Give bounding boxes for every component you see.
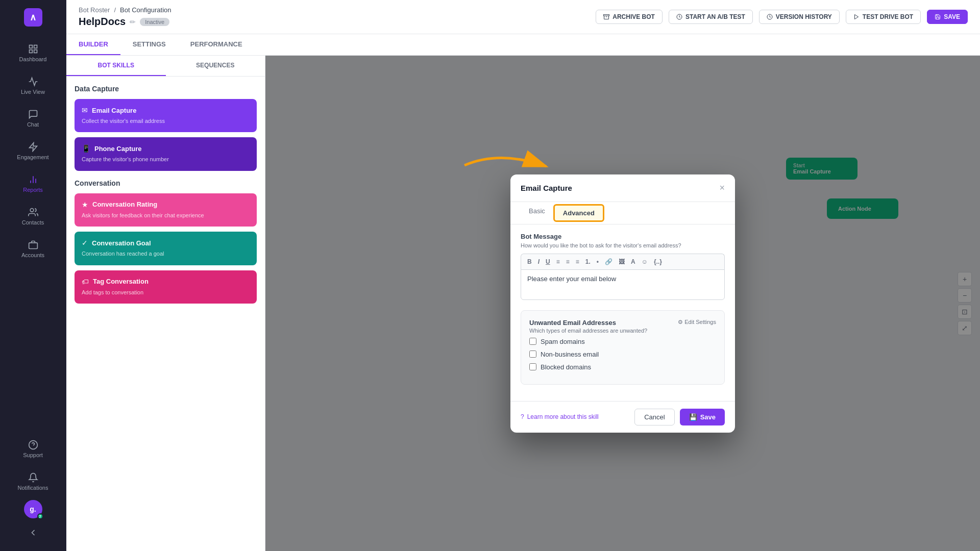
topbar-actions: ARCHIVE BOT START AN A/B TEST VERSION HI… [596, 10, 968, 24]
toolbar-link[interactable]: 🔗 [603, 257, 615, 266]
toolbar-image[interactable]: 🖼 [617, 257, 627, 266]
toolbar-variable[interactable]: {..} [652, 257, 664, 266]
spam-domains-checkbox[interactable] [529, 338, 536, 345]
toolbar-italic[interactable]: I [536, 257, 542, 266]
non-business-checkbox-item[interactable]: Non-business email [529, 350, 716, 358]
sidebar-item-reports[interactable]: Reports [5, 169, 61, 198]
avatar-initials: g. [30, 505, 36, 513]
yellow-arrow [459, 145, 561, 186]
sidebar-item-label: Engagement [17, 154, 48, 160]
skill-card-header: ✉ Email Capture [82, 106, 250, 114]
svg-rect-12 [604, 15, 609, 16]
status-badge: Inactive [140, 18, 169, 26]
skill-card-conversation-goal[interactable]: ✓ Conversation Goal Conversation has rea… [75, 232, 257, 265]
version-history-label: VERSION HISTORY [776, 13, 832, 20]
panel-tab-sequences[interactable]: SEQUENCES [166, 56, 265, 76]
archive-icon [603, 14, 609, 20]
skill-card-title: Conversation Goal [92, 239, 151, 247]
edit-icon[interactable]: ✏ [130, 18, 136, 26]
breadcrumb-parent[interactable]: Bot Roster [79, 6, 110, 14]
sidebar-collapse-btn[interactable] [5, 522, 61, 543]
toolbar-unordered-list[interactable]: • [595, 257, 601, 266]
skill-card-tag-conversation[interactable]: 🏷 Tag Conversation Add tags to conversat… [75, 270, 257, 304]
toolbar-text-color[interactable]: A [629, 257, 638, 266]
toolbar-ordered-list[interactable]: 1. [583, 257, 593, 266]
message-icon [28, 109, 38, 119]
save-label: SAVE [944, 13, 960, 20]
editor-toolbar: B I U ≡ ≡ ≡ 1. • 🔗 🖼 A [521, 254, 725, 269]
tag-icon: 🏷 [82, 278, 89, 286]
tab-settings[interactable]: SETTINGS [120, 34, 178, 55]
ab-test-label: START AN A/B TEST [685, 13, 745, 20]
skill-card-phone-capture[interactable]: 📱 Phone Capture Capture the visitor's ph… [75, 137, 257, 170]
blocked-domains-checkbox[interactable] [529, 363, 536, 370]
blocked-domains-checkbox-item[interactable]: Blocked domains [529, 363, 716, 371]
sidebar-item-label: Contacts [22, 219, 44, 226]
sidebar-item-notifications[interactable]: Notifications [5, 467, 61, 496]
skill-card-header: ✓ Conversation Goal [82, 239, 250, 247]
panel-tab-bot-skills[interactable]: BOT SKILLS [66, 56, 166, 76]
play-icon [853, 14, 860, 20]
sidebar-item-label: Notifications [18, 485, 48, 491]
test-icon [676, 14, 682, 20]
footer-actions: Cancel 💾 Save [634, 409, 725, 425]
sidebar-item-chat[interactable]: Chat [5, 104, 61, 133]
sidebar-item-support[interactable]: Support [5, 435, 61, 463]
sidebar-item-contacts[interactable]: Contacts [5, 202, 61, 231]
sidebar-item-label: Support [23, 452, 43, 458]
sidebar-item-label: Reports [23, 187, 43, 193]
panel-tabs: BOT SKILLS SEQUENCES [66, 56, 265, 77]
ab-test-button[interactable]: START AN A/B TEST [669, 10, 753, 24]
skill-card-title: Tag Conversation [93, 278, 149, 285]
save-icon [935, 14, 941, 20]
skill-card-desc: Ask visitors for feedback on their chat … [82, 212, 250, 219]
modal-tab-basic[interactable]: Basic [521, 202, 553, 224]
sidebar-item-label: Accounts [21, 252, 44, 258]
learn-more-link[interactable]: ? Learn more about this skill [521, 413, 599, 420]
breadcrumb: Bot Roster / Bot Configuration [79, 6, 172, 14]
sidebar-item-live-view[interactable]: Live View [5, 71, 61, 100]
non-business-checkbox[interactable] [529, 350, 536, 358]
svg-rect-9 [29, 243, 37, 249]
sidebar-item-engagement[interactable]: Engagement [5, 137, 61, 165]
logo: ∧ [24, 8, 42, 27]
svg-rect-3 [34, 50, 37, 53]
unwanted-desc: Which types of email addresses are unwan… [529, 328, 647, 334]
save-button[interactable]: 💾 Save [680, 409, 725, 425]
zap-icon [28, 142, 38, 152]
tab-builder[interactable]: BUILDER [66, 34, 120, 55]
svg-rect-0 [29, 45, 32, 48]
spam-domains-checkbox-item[interactable]: Spam domains [529, 338, 716, 345]
toolbar-underline[interactable]: U [544, 257, 552, 266]
builder-area: BOT SKILLS SEQUENCES Data Capture ✉ Emai… [66, 56, 980, 551]
save-button[interactable]: SAVE [927, 10, 968, 24]
avatar[interactable]: g. 7 [24, 500, 42, 518]
version-history-button[interactable]: VERSION HISTORY [759, 10, 840, 24]
main-content: Bot Roster / Bot Configuration HelpDocs … [66, 0, 980, 551]
modal-close-button[interactable]: × [719, 183, 725, 193]
archive-bot-button[interactable]: ARCHIVE BOT [596, 10, 663, 24]
chevron-left-icon [28, 528, 38, 538]
edit-settings-button[interactable]: ⚙ Edit Settings [678, 319, 716, 325]
help-circle-icon [28, 440, 38, 450]
check-icon: ✓ [82, 239, 88, 247]
question-icon: ? [521, 413, 524, 420]
modal-overlay: Email Capture × Basic Advanced Bot Messa… [265, 56, 980, 551]
skill-card-conversation-rating[interactable]: ★ Conversation Rating Ask visitors for f… [75, 193, 257, 227]
email-icon: ✉ [82, 106, 88, 114]
test-drive-button[interactable]: TEST DRIVE BOT [846, 10, 921, 24]
sidebar-item-dashboard[interactable]: Dashboard [5, 39, 61, 67]
phone-icon: 📱 [82, 144, 90, 153]
toolbar-align-right[interactable]: ≡ [574, 257, 581, 266]
modal-tab-advanced[interactable]: Advanced [553, 204, 604, 222]
tab-performance[interactable]: PERFORMANCE [178, 34, 255, 55]
skill-card-email-capture[interactable]: ✉ Email Capture Collect the visitor's em… [75, 99, 257, 132]
toolbar-bold[interactable]: B [525, 257, 534, 266]
unwanted-title: Unwanted Email Addresses [529, 319, 647, 327]
editor-area[interactable]: Please enter your email below [521, 269, 725, 300]
toolbar-emoji[interactable]: ☺ [640, 257, 650, 266]
toolbar-align-left[interactable]: ≡ [554, 257, 562, 266]
sidebar-item-accounts[interactable]: Accounts [5, 235, 61, 263]
toolbar-align-center[interactable]: ≡ [564, 257, 572, 266]
cancel-button[interactable]: Cancel [634, 409, 674, 425]
